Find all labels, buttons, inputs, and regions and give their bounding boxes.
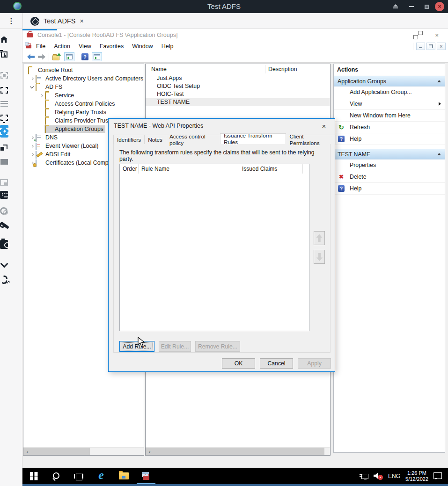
language-indicator[interactable]: ENG [388,473,400,479]
back-button[interactable] [27,54,35,60]
forward-button[interactable] [38,54,45,60]
tree-item-access-control-policies[interactable]: Access Control Policies [23,100,144,108]
menu-favorites[interactable]: Favorites [95,41,128,51]
tab-issuance-transform-rules[interactable]: Issuance Transform Rules [220,133,286,144]
disconnect-button[interactable] [0,276,8,283]
window-close-button[interactable]: × [435,2,444,11]
collapse-icon[interactable] [437,80,441,82]
expander-collapsed[interactable] [28,142,36,150]
expander-collapsed[interactable] [37,92,45,99]
screenshot-button[interactable] [0,240,8,248]
action-help[interactable]: ?Help [334,133,445,145]
actions-group-application-groups[interactable]: Application Groups [334,76,445,87]
actions-group-test-name[interactable]: TEST NAME [334,149,445,160]
taskbar-search-button[interactable] [45,468,67,484]
network-icon[interactable] [360,473,368,479]
list-item-selected[interactable]: TEST NAME [146,98,330,106]
start-button[interactable] [22,468,45,484]
action-properties[interactable]: Properties [334,160,445,171]
menu-secondary-button[interactable] [0,158,8,166]
mmc-taskbar-button[interactable] [135,468,157,484]
volume-muted-icon[interactable]: × [374,472,383,480]
expand-button[interactable] [0,143,8,151]
scrollbar-thumb[interactable] [146,448,324,456]
tab-identifiers[interactable]: Identifiers [113,135,145,144]
tab-client-permissions[interactable]: Client Permissions [286,135,335,144]
menu-view[interactable]: View [74,41,95,51]
tab-close-icon[interactable]: × [80,17,84,25]
transform-rules-list[interactable]: Order Rule Name Issued Claims [119,164,309,331]
window-maximize-button[interactable] [422,2,431,11]
collapse-icon[interactable] [437,153,441,155]
show-console-tree-button[interactable] [64,52,74,61]
action-refresh[interactable]: ↻Refresh [334,122,445,133]
export-list-button[interactable] [52,53,61,60]
tree-item-service[interactable]: Service [23,91,144,100]
action-add-application-group[interactable]: Add Application Group... [334,87,445,98]
fullscreen-button[interactable] [0,86,8,94]
scale-to-window-button[interactable] [0,114,8,122]
dynamic-resolution-button[interactable] [0,127,8,135]
list-item[interactable]: OIDC Test Setup [146,82,330,90]
scroll-right-arrow[interactable]: › [146,448,154,456]
file-explorer-button[interactable] [112,468,135,484]
expander-expanded[interactable] [28,83,36,91]
pin-eject-button[interactable] [391,2,400,11]
column-name[interactable]: Name [151,66,167,73]
tree-item-aduc[interactable]: Active Directory Users and Computers [E [23,74,144,83]
column-order[interactable]: Order [120,164,139,174]
action-center-icon[interactable] [433,472,441,479]
child-close-button[interactable]: × [437,43,446,50]
scroll-right-arrow[interactable]: › [23,448,31,456]
menu-action[interactable]: Action [50,41,74,51]
tab-menu-button[interactable]: ⋮ [0,13,22,29]
new-connection-button[interactable] [0,51,8,58]
list-horizontal-scrollbar[interactable]: ‹ › [146,447,330,455]
tree-item-relying-party-trusts[interactable]: Relying Party Trusts [23,108,144,116]
action-help-2[interactable]: ?Help [334,183,445,195]
tools-button[interactable] [0,221,8,229]
expander-collapsed[interactable] [28,151,36,158]
dialog-close-button[interactable]: × [317,120,331,131]
list-item[interactable]: Just Apps [146,74,330,82]
ok-button[interactable]: OK [222,358,255,369]
column-issued-claims[interactable]: Issued Claims [239,164,303,174]
minimize-toolbar-button[interactable] [0,261,8,269]
internet-explorer-button[interactable]: e [90,468,112,484]
multi-monitor-button[interactable] [0,178,8,186]
child-restore-button[interactable] [426,43,435,50]
child-minimize-button[interactable] [416,43,425,50]
help-button[interactable]: ? [81,53,88,60]
menu-window[interactable]: Window [128,41,157,51]
keyboard-button[interactable] [0,191,8,199]
column-description[interactable]: Description [268,66,297,73]
tab-notes[interactable]: Notes [144,135,166,144]
dialog-titlebar[interactable]: TEST NAME - Web API Properties [109,119,335,133]
scrollbar-thumb[interactable] [23,448,90,456]
tree-item-adfs[interactable]: AD FS [23,83,144,91]
expander-collapsed[interactable] [28,75,36,82]
tree-item-console-root[interactable]: Console Root [23,66,144,74]
preferences-button[interactable] [0,207,8,215]
show-action-pane-button[interactable] [92,52,102,61]
mmc-titlebar[interactable]: Console1 - [Console Root\AD FS \Applicat… [22,29,448,41]
action-new-window[interactable]: New Window from Here [334,110,445,122]
mmc-close-button[interactable]: × [435,32,439,38]
action-view[interactable]: View [334,98,445,110]
scaled-mode-button[interactable] [0,71,8,79]
task-view-button[interactable] [67,468,90,484]
tree-horizontal-scrollbar[interactable]: ‹ › [23,447,144,455]
column-rule-name[interactable]: Rule Name [139,164,239,174]
home-button[interactable] [0,36,8,44]
list-item[interactable]: HOIC-Test [146,90,330,98]
menu-file[interactable]: File [32,41,50,51]
window-minimize-button[interactable] [407,2,416,11]
tab-access-control-policy[interactable]: Access control policy [166,135,220,144]
taskbar-clock[interactable]: 1:26 PM 5/12/2022 [405,470,428,482]
tab-test-adfs[interactable]: Test ADFS × [23,13,91,29]
add-rule-button[interactable]: Add Rule... [119,341,154,352]
action-delete[interactable]: ✖Delete [334,171,445,183]
toolbar-menu-button[interactable] [0,100,8,108]
menu-help[interactable]: Help [157,41,178,51]
cancel-button[interactable]: Cancel [260,358,293,369]
